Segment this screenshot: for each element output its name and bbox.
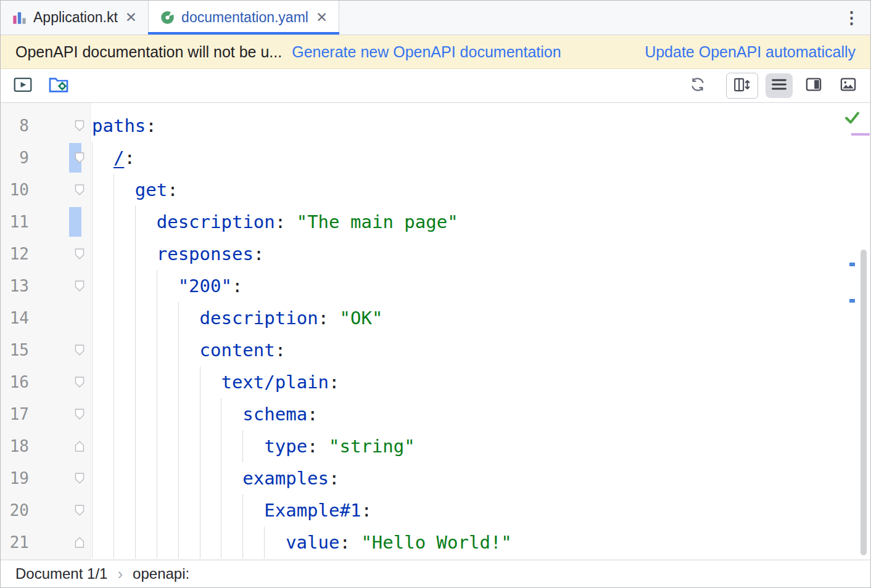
line-number: 18: [1, 430, 29, 462]
preview-only-icon: [840, 76, 857, 96]
breadcrumb-openapi[interactable]: openapi:: [133, 565, 189, 582]
colon: :: [254, 243, 264, 264]
code-line-16[interactable]: 16text/plain:: [1, 366, 870, 398]
error-stripe-mark-purple: [851, 133, 870, 136]
fold-down-icon[interactable]: [75, 345, 85, 356]
code-line-8[interactable]: 8paths:: [1, 110, 870, 142]
tab-application-kt[interactable]: Application.kt ✕: [1, 1, 148, 35]
tab-documentation-yaml[interactable]: documentation.yaml ✕: [148, 1, 339, 35]
yaml-key: examples: [242, 468, 329, 489]
line-number: 21: [1, 526, 29, 558]
breadcrumb-bar: Document 1/1 › openapi:: [1, 560, 870, 587]
yaml-key: description: [157, 211, 275, 232]
fold-down-icon[interactable]: [75, 248, 85, 260]
code-line-14[interactable]: 14description:"OK": [1, 302, 870, 334]
code-line-17[interactable]: 17schema:: [1, 398, 870, 430]
fold-down-icon[interactable]: [75, 473, 85, 484]
indent-guide: [200, 366, 221, 398]
indent-guide: [92, 206, 114, 238]
indent-guide: [178, 526, 200, 558]
code-line-15[interactable]: 15content:: [1, 334, 870, 366]
editor-and-preview-button[interactable]: [800, 73, 827, 98]
code-text: description:"OK": [92, 302, 382, 334]
colon: :: [318, 308, 329, 329]
indent-guide: [157, 526, 178, 558]
code-line-13[interactable]: 13"200":: [1, 270, 870, 302]
indent-guide: [157, 430, 178, 462]
fold-up-icon[interactable]: [75, 537, 85, 549]
indent-guide: [157, 462, 178, 494]
line-number: 8: [1, 110, 29, 142]
indent-guide: [178, 334, 200, 366]
close-icon[interactable]: ✕: [315, 9, 329, 26]
indent-guide: [221, 430, 242, 462]
code-line-12[interactable]: 12responses:: [1, 238, 870, 270]
yaml-key: "200": [178, 276, 232, 296]
indent-guide: [200, 526, 221, 558]
indent-guide: [92, 174, 114, 206]
code-line-10[interactable]: 10get:: [1, 174, 870, 206]
update-openapi-link[interactable]: Update OpenAPI automatically: [645, 43, 856, 61]
yaml-key: get: [135, 179, 167, 200]
colon: :: [361, 500, 371, 521]
indent-guide: [135, 398, 157, 430]
code-line-18[interactable]: 18type:"string": [1, 430, 870, 462]
indent-guide: [242, 526, 264, 558]
tab-label: documentation.yaml: [181, 9, 308, 26]
fold-down-icon[interactable]: [75, 377, 85, 388]
indent-guide: [157, 302, 178, 334]
close-icon[interactable]: ✕: [124, 9, 138, 26]
code-editor[interactable]: 8paths:9/:10get:11description:"The main …: [1, 103, 870, 560]
indent-guide: [221, 526, 242, 558]
indent-guide: [114, 398, 135, 430]
yaml-key: content: [200, 340, 275, 361]
colon: :: [275, 340, 286, 361]
breadcrumb-document[interactable]: Document 1/1: [15, 565, 107, 582]
editor-and-preview-icon: [805, 76, 822, 96]
indent-guide: [221, 462, 242, 494]
endpoints-icon: [49, 76, 68, 96]
code-line-9[interactable]: 9/:: [1, 142, 870, 174]
indent-guide: [92, 302, 114, 334]
indent-guide: [114, 494, 135, 526]
yaml-key-link[interactable]: /: [114, 147, 124, 168]
fold-down-icon[interactable]: [75, 280, 85, 292]
indent-guide: [157, 270, 178, 302]
fold-down-icon[interactable]: [75, 120, 85, 132]
run-button[interactable]: [9, 73, 36, 98]
line-number: 10: [1, 174, 29, 206]
fold-down-icon[interactable]: [75, 184, 85, 196]
code-text: examples:: [92, 462, 340, 494]
code-line-11[interactable]: 11description:"The main page": [1, 206, 870, 238]
fold-up-icon[interactable]: [75, 441, 85, 452]
code-text: "200":: [92, 270, 242, 302]
inspection-ok-check-icon[interactable]: [844, 110, 861, 127]
yaml-key: text/plain: [221, 372, 329, 393]
column-width-button[interactable]: [726, 73, 758, 99]
more-options-kebab-icon[interactable]: ⋮: [833, 8, 870, 28]
generate-openapi-link[interactable]: Generate new OpenAPI documentation: [292, 43, 561, 61]
indent-guide: [92, 238, 114, 270]
code-area[interactable]: 8paths:9/:10get:11description:"The main …: [1, 103, 870, 558]
colon: :: [339, 532, 350, 553]
fold-down-icon[interactable]: [75, 409, 85, 420]
colon: :: [275, 211, 286, 232]
refresh-button[interactable]: [684, 73, 711, 98]
endpoints-button[interactable]: [45, 73, 72, 98]
code-line-21[interactable]: 21value:"Hello World!": [1, 526, 870, 558]
editor-only-button[interactable]: [766, 73, 793, 98]
indent-guide: [114, 526, 135, 558]
editor-toolbar: [1, 69, 870, 103]
line-number: 14: [1, 302, 29, 334]
code-line-20[interactable]: 20Example#1:: [1, 494, 870, 526]
fold-down-icon[interactable]: [75, 505, 85, 517]
fold-down-icon[interactable]: [75, 152, 85, 164]
column-width-icon: [733, 76, 751, 96]
indent-guide: [114, 334, 135, 366]
vertical-scrollbar[interactable]: [861, 250, 867, 555]
code-text: /:: [92, 142, 135, 174]
preview-only-button[interactable]: [835, 73, 862, 98]
code-line-19[interactable]: 19examples:: [1, 462, 870, 494]
editor-only-icon: [770, 76, 788, 96]
code-text: description:"The main page": [92, 206, 458, 238]
